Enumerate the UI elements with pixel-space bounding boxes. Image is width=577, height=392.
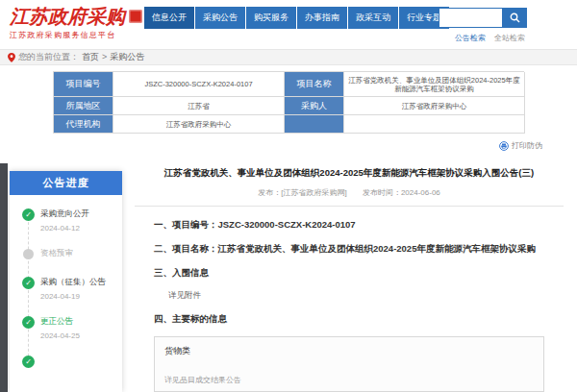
site-search-link[interactable]: 全站检索	[494, 33, 525, 43]
article-source: 发布：[江苏省政府采购网]	[258, 188, 346, 197]
nav-item-procurement-announcements[interactable]: 采购公告	[195, 7, 245, 29]
site-header: 江苏政府采购 江苏政府采购服务信息平台 信息公开 采购公告 购买服务 办事指南 …	[0, 0, 577, 49]
print-antifake-label: 打印防伪	[512, 140, 542, 151]
check-icon	[22, 208, 35, 221]
subject-category: 货物类	[164, 345, 534, 357]
label-region: 所属地区	[54, 97, 113, 115]
nav-item-interaction[interactable]: 政采互动	[348, 7, 398, 29]
value-project-number: JSZC-320000-SCZX-K2024-0107	[113, 72, 285, 97]
location-pin-icon	[8, 53, 15, 62]
announcement-article: 江苏省党政机关、事业单位及团体组织2024-2025年度新能源汽车框架协议采购入…	[133, 159, 565, 392]
article-publish-date: 发布时间：2024-06-06	[363, 188, 440, 197]
label-empty	[285, 115, 344, 134]
label-purchaser: 采购人	[285, 97, 344, 115]
value-purchaser: 江苏省政府采购中心	[344, 97, 525, 115]
check-icon	[22, 316, 35, 329]
label-agency: 代理机构	[54, 115, 113, 134]
nav-item-service-guide[interactable]: 办事指南	[297, 7, 347, 29]
announcement-progress-panel: 公告进度 采购意向公开 2024-04-12 资格预审 采购（征集）公告 202…	[10, 171, 122, 392]
label-project-number: 项目编号	[54, 72, 113, 97]
search-button[interactable]	[502, 8, 527, 28]
shortlist-note: 详见附件	[168, 290, 546, 302]
print-antifake-button[interactable]: 打印防伪	[499, 140, 542, 151]
value-agency: 江苏省政府采购中心	[113, 115, 285, 134]
left-edge-bar	[0, 163, 8, 392]
breadcrumb-current[interactable]: 采购公告	[110, 50, 144, 64]
article-title: 江苏省党政机关、事业单位及团体组织2024-2025年度新能源汽车框架协议采购入…	[138, 166, 560, 179]
logo-subtitle: 江苏政府采购服务信息平台	[10, 30, 142, 40]
value-project-name: 江苏省党政机关、事业单位及团体组织2024-2025年度新能源汽车框架协议采购	[344, 72, 525, 97]
timeline-item-correction-notice[interactable]: 更正公告 2024-04-25	[10, 316, 118, 340]
progress-timeline: 采购意向公开 2024-04-12 资格预审 采购（征集）公告 2024-04-…	[10, 195, 122, 369]
timeline-item-intention[interactable]: 采购意向公开 2024-04-12	[10, 208, 118, 233]
timeline-item-next[interactable]	[10, 355, 118, 369]
breadcrumb: 您的当前位置： 首页 > 采购公告	[0, 49, 577, 65]
progress-panel-title: 公告进度	[10, 171, 122, 195]
section-subject-info: 四、主要标的信息	[154, 312, 546, 326]
site-logo: 江苏政府采购 江苏政府采购服务信息平台	[10, 5, 142, 40]
nav-item-info-disclosure[interactable]: 信息公开	[144, 7, 194, 29]
timeline-item-procurement-notice[interactable]: 采购（征集）公告 2024-04-19	[10, 277, 118, 301]
timeline-item-prequalification: 资格预审	[10, 248, 118, 261]
breadcrumb-home[interactable]: 首页	[82, 50, 99, 64]
announcement-search-link[interactable]: 公告检索	[455, 33, 486, 43]
value-region: 江苏省	[113, 97, 285, 115]
label-project-name: 项目名称	[285, 72, 344, 97]
check-icon	[22, 277, 35, 289]
section-project-name: 二、项目名称：江苏省党政机关、事业单位及团体组织2024-2025年度新能源汽车…	[154, 242, 546, 256]
printer-icon	[499, 141, 509, 151]
search-input[interactable]	[439, 8, 502, 28]
subject-info-box: 货物类 详见品目成交结果公告	[154, 336, 544, 392]
article-body: 一、项目编号：JSZC-320000-SCZX-K2024-0107 二、项目名…	[133, 207, 565, 392]
main-nav: 信息公开 采购公告 购买服务 办事指南 政采互动 行业专题	[144, 7, 450, 29]
check-icon	[22, 355, 35, 368]
nav-item-purchase-services[interactable]: 购买服务	[246, 7, 296, 29]
section-project-number: 一、项目编号：JSZC-320000-SCZX-K2024-0107	[154, 218, 546, 232]
section-shortlist-info: 三、入围信息	[154, 266, 546, 280]
search-icon	[510, 12, 520, 23]
project-info-table: 项目编号 JSZC-320000-SCZX-K2024-0107 项目名称 江苏…	[53, 71, 524, 134]
dot-icon	[23, 249, 34, 259]
search-box	[439, 8, 527, 28]
search-scope-links: 公告检索 全站检索	[455, 33, 525, 43]
logo-text: 江苏政府采购	[10, 5, 125, 28]
value-empty	[344, 115, 525, 134]
breadcrumb-separator: >	[102, 50, 107, 64]
breadcrumb-prefix: 您的当前位置：	[18, 50, 79, 64]
logo-seal-icon	[129, 10, 142, 23]
article-meta: 发布：[江苏省政府采购网] 发布时间：2024-06-06	[133, 187, 565, 198]
page: 江苏政府采购 江苏政府采购服务信息平台 信息公开 采购公告 购买服务 办事指南 …	[0, 0, 577, 392]
subject-note: 详见品目成交结果公告	[164, 375, 534, 385]
